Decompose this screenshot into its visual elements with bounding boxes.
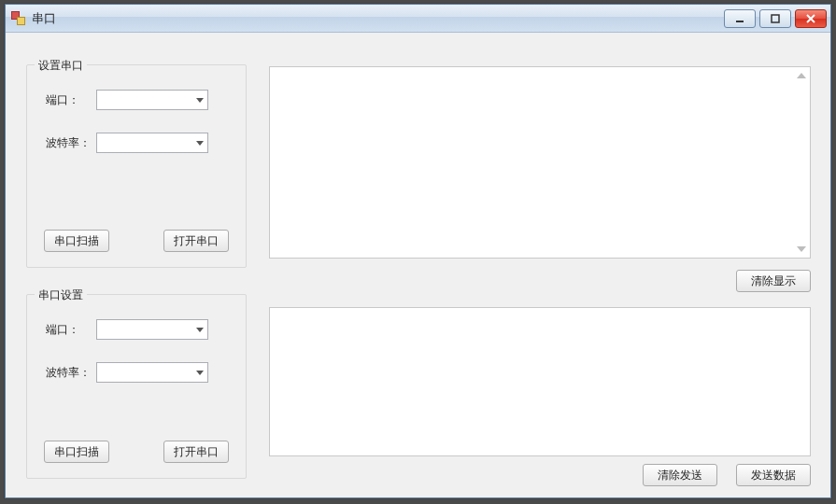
baud-row-2: 波特率： — [46, 362, 208, 383]
scan-button-2[interactable]: 串口扫描 — [44, 441, 109, 463]
port-combo-2[interactable] — [96, 319, 208, 340]
open-button-2[interactable]: 打开串口 — [163, 441, 229, 463]
clear-send-button[interactable]: 清除发送 — [643, 464, 717, 486]
close-icon — [805, 13, 816, 24]
display-textarea[interactable] — [269, 66, 811, 259]
window-title: 串口 — [32, 10, 720, 27]
svg-rect-0 — [736, 21, 744, 22]
app-icon — [11, 11, 26, 26]
group-legend: 设置串口 — [35, 58, 87, 74]
group-serial-config-2: 串口设置 端口： 波特率： 串口扫描 打开串口 — [26, 294, 247, 479]
port-combo-1[interactable] — [96, 90, 208, 110]
titlebar: 串口 — [6, 5, 830, 33]
maximize-icon — [770, 13, 781, 24]
send-textarea[interactable] — [269, 307, 811, 456]
button-row-2b: 打开串口 — [163, 441, 229, 463]
baud-row-1: 波特率： — [46, 133, 208, 153]
group-legend: 串口设置 — [35, 287, 87, 303]
button-row-2: 串口扫描 — [44, 441, 109, 463]
port-label: 端口： — [46, 322, 96, 338]
clear-display-button[interactable]: 清除显示 — [736, 270, 811, 292]
close-button[interactable] — [795, 9, 827, 28]
port-row-1: 端口： — [46, 90, 208, 110]
client-area: 设置串口 端口： 波特率： 串口扫描 打开串口 — [9, 36, 827, 494]
chevron-down-icon — [196, 98, 204, 103]
scroll-up-icon — [797, 73, 806, 78]
baud-combo-1[interactable] — [96, 133, 208, 153]
chevron-down-icon — [196, 371, 204, 375]
svg-rect-1 — [772, 15, 779, 22]
scan-button-1[interactable]: 串口扫描 — [44, 230, 109, 252]
scroll-down-icon — [797, 246, 806, 252]
group-serial-config-1: 设置串口 端口： 波特率： 串口扫描 打开串口 — [26, 64, 247, 268]
baud-label: 波特率： — [46, 135, 96, 151]
button-row-1b: 打开串口 — [163, 230, 229, 252]
port-label: 端口： — [46, 92, 96, 108]
minimize-button[interactable] — [724, 9, 756, 28]
port-row-2: 端口： — [46, 319, 208, 340]
chevron-down-icon — [196, 328, 204, 332]
open-button-1[interactable]: 打开串口 — [163, 230, 229, 252]
minimize-icon — [734, 13, 745, 24]
baud-label: 波特率： — [46, 365, 96, 381]
chevron-down-icon — [196, 141, 204, 146]
maximize-button[interactable] — [759, 9, 791, 28]
baud-combo-2[interactable] — [96, 362, 208, 383]
button-row-1: 串口扫描 — [44, 230, 109, 252]
send-data-button[interactable]: 发送数据 — [736, 464, 811, 486]
app-window: 串口 设置串口 端口： 波特率： — [5, 4, 831, 498]
